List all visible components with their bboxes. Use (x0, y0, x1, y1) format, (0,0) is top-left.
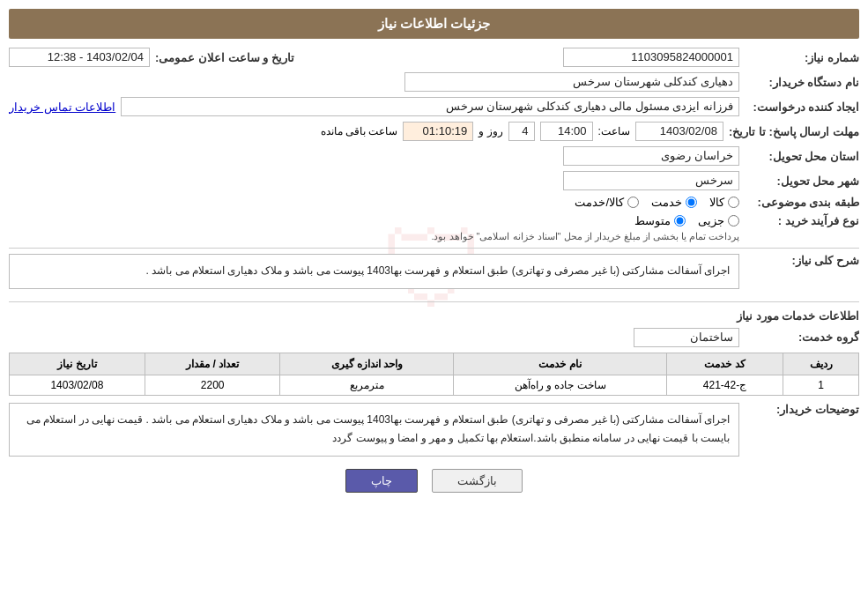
purchase-type-note: پرداخت تمام یا بخشی از مبلغ خریدار از مح… (431, 231, 739, 242)
category-label: طبقه بندی موضوعی: (745, 196, 859, 209)
category-kala-label: کالا (709, 196, 724, 209)
col-unit: واحد اندازه گیری (280, 353, 454, 375)
purchase-type-jozii[interactable]: جزیی (698, 214, 739, 227)
announce-date-value: 1403/02/04 - 12:38 (9, 48, 150, 67)
buyer-org-value: دهیاری کندکلی شهرستان سرخس (404, 72, 739, 92)
category-kala[interactable]: کالا (709, 196, 739, 209)
purchase-type-jozii-label: جزیی (698, 214, 724, 227)
col-service-name: نام خدمت (454, 353, 666, 375)
page-header: جزئیات اطلاعات نیاز (9, 9, 859, 39)
service-group-value: ساختمان (634, 328, 739, 347)
buttons-row: بازگشت چاپ (9, 469, 859, 493)
buyer-notes-text: اجرای آسفالت مشارکتی (با غیر مصرفی و تها… (9, 403, 739, 457)
back-button[interactable]: بازگشت (432, 469, 523, 493)
delivery-province-value: خراسان رضوی (563, 146, 739, 166)
category-khadamat[interactable]: خدمت (651, 196, 697, 209)
buyer-notes-label: توضیحات خریدار: (745, 403, 859, 416)
purchase-type-motavasset-label: متوسط (634, 214, 671, 227)
purchase-type-label: نوع فرآیند خرید : (745, 214, 859, 227)
category-kala-khadamat[interactable]: کالا/خدمت (575, 196, 639, 209)
requester-contact-link[interactable]: اطلاعات تماس خریدار (9, 100, 115, 114)
services-section-title: اطلاعات خدمات مورد نیاز (9, 309, 859, 323)
announce-date-label: تاریخ و ساعت اعلان عمومی: (155, 51, 294, 64)
print-button[interactable]: چاپ (345, 469, 418, 493)
buyer-org-label: نام دستگاه خریدار: (745, 76, 859, 89)
deadline-days: 4 (508, 122, 535, 141)
col-row-number: ردیف (783, 353, 859, 375)
category-kala-khadamat-label: کالا/خدمت (575, 196, 624, 209)
purchase-type-motavasset[interactable]: متوسط (634, 214, 686, 227)
deadline-time-label: ساعت: (598, 125, 630, 137)
description-text: اجرای آسفالت مشارکتی (با غیر مصرفی و تها… (9, 254, 739, 289)
table-row: 1ج-42-421ساخت جاده و راه‌آهنمترمربع22001… (10, 375, 859, 395)
deadline-label: مهلت ارسال پاسخ: تا تاریخ: (729, 125, 859, 138)
delivery-city-label: شهر محل تحویل: (745, 175, 859, 188)
deadline-date: 1403/02/08 (635, 122, 723, 141)
service-group-label: گروه خدمت: (745, 330, 859, 344)
col-service-code: کد خدمت (666, 353, 783, 375)
description-label: شرح کلی نیاز: (745, 254, 859, 267)
need-number-value: 1103095824000001 (563, 48, 739, 67)
page-title: جزئیات اطلاعات نیاز (378, 16, 490, 31)
deadline-days-label: روز و (479, 125, 502, 137)
col-quantity: تعداد / مقدار (145, 353, 280, 375)
requester-value: فرزانه ایزدی مسئول مالی دهیاری کندکلی شه… (121, 97, 739, 116)
col-date: تاریخ نیاز (10, 353, 145, 375)
deadline-time: 14:00 (540, 122, 593, 141)
category-khadamat-label: خدمت (651, 196, 682, 209)
services-table: ردیف کد خدمت نام خدمت واحد اندازه گیری ت… (9, 353, 859, 396)
deadline-remaining-label: ساعت باقی مانده (321, 125, 398, 137)
deadline-remaining: 01:10:19 (403, 122, 473, 141)
delivery-city-value: سرخس (563, 171, 739, 190)
need-number-label: شماره نیاز: (745, 51, 859, 64)
delivery-province-label: استان محل تحویل: (745, 150, 859, 163)
requester-label: ایجاد کننده درخواست: (745, 100, 859, 114)
